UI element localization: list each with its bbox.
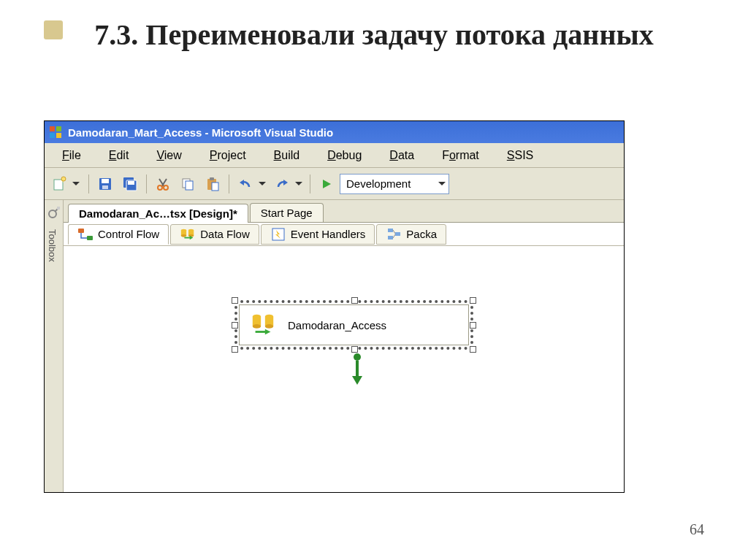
undo-dropdown-icon[interactable] [259, 182, 266, 185]
start-debug-button[interactable] [315, 172, 338, 196]
tab-package-explorer-label: Packa [406, 228, 437, 240]
toolbox-label: Toolbox [47, 229, 58, 262]
app-icon [49, 126, 62, 139]
data-flow-icon [180, 227, 196, 242]
svg-point-46 [354, 353, 361, 361]
svg-point-44 [265, 324, 273, 329]
resize-handle[interactable] [232, 322, 238, 329]
ide-body: Toolbox Damodaran_Ac…tsx [Design]* Start… [45, 200, 624, 492]
svg-point-14 [164, 185, 168, 190]
svg-rect-9 [102, 185, 108, 189]
data-flow-task-icon [250, 312, 276, 338]
task-box: Damodaran_Access [239, 304, 469, 345]
resize-handle[interactable] [470, 297, 476, 304]
svg-rect-26 [87, 236, 93, 240]
resize-handle[interactable] [232, 297, 238, 304]
new-dropdown-icon[interactable] [72, 182, 80, 185]
new-project-button[interactable] [47, 172, 71, 196]
document-tabs: Damodaran_Ac…tsx [Design]* Start Page [64, 200, 624, 222]
control-flow-icon [77, 227, 94, 242]
svg-rect-24 [57, 207, 60, 210]
svg-marker-48 [352, 376, 362, 385]
svg-rect-8 [102, 179, 109, 183]
svg-marker-22 [323, 180, 331, 188]
svg-rect-37 [388, 236, 393, 239]
slide-title-accent [44, 20, 63, 39]
menu-format[interactable]: Format [429, 146, 492, 165]
resize-handle[interactable] [351, 297, 358, 304]
cut-button[interactable] [151, 172, 175, 196]
menu-bar: File Edit View Project Build Debug Data … [45, 143, 624, 168]
output-connector[interactable] [350, 353, 365, 385]
menu-edit[interactable]: Edit [96, 146, 142, 165]
menu-data-rest: ata [398, 149, 414, 161]
data-flow-task[interactable]: Damodaran_Access [232, 297, 476, 353]
resize-handle[interactable] [470, 322, 476, 329]
svg-rect-38 [395, 232, 400, 236]
tab-event-handlers-label: Event Handlers [291, 228, 366, 240]
svg-marker-21 [283, 180, 288, 185]
menu-file[interactable]: File [49, 146, 94, 165]
solution-config-dropdown[interactable]: Development [340, 174, 449, 194]
svg-point-41 [253, 324, 261, 329]
resize-handle[interactable] [351, 346, 358, 353]
tab-event-handlers[interactable]: Event Handlers [261, 224, 375, 245]
menu-view[interactable]: View [143, 146, 194, 165]
save-all-button[interactable] [118, 172, 142, 196]
slide-title: 7.3. Переименовали задачу потока данных [0, 0, 748, 61]
menu-data[interactable]: Data [376, 146, 427, 165]
svg-rect-25 [78, 229, 84, 233]
undo-button[interactable] [234, 172, 257, 196]
svg-marker-20 [240, 180, 244, 185]
menu-project[interactable]: Project [196, 146, 259, 165]
svg-marker-45 [265, 329, 271, 335]
visual-studio-window: Damodaran_Mart_Access - Microsoft Visual… [44, 120, 625, 493]
doc-tab-design[interactable]: Damodaran_Ac…tsx [Design]* [68, 204, 248, 223]
designer-tabs: Control Flow Data Flow Event Handlers [64, 222, 624, 245]
tab-data-flow[interactable]: Data Flow [170, 224, 259, 245]
tab-control-flow[interactable]: Control Flow [68, 224, 169, 245]
svg-point-13 [158, 185, 162, 190]
resize-handle[interactable] [232, 346, 238, 353]
menu-debug[interactable]: Debug [314, 146, 375, 165]
svg-rect-16 [186, 181, 193, 190]
window-titlebar: Damodaran_Mart_Access - Microsoft Visual… [45, 121, 624, 143]
toolbox-icon [47, 206, 61, 222]
toolbar-separator [88, 174, 89, 193]
redo-dropdown-icon[interactable] [295, 182, 302, 185]
page-number: 64 [690, 521, 704, 538]
paste-button[interactable] [201, 172, 224, 196]
resize-handle[interactable] [470, 346, 476, 353]
menu-build[interactable]: Build [261, 146, 313, 165]
svg-rect-3 [56, 133, 61, 138]
solution-config-value: Development [346, 177, 411, 190]
document-area: Damodaran_Ac…tsx [Design]* Start Page Co… [64, 200, 624, 492]
event-handlers-icon [270, 227, 286, 242]
tab-control-flow-label: Control Flow [98, 228, 159, 240]
copy-button[interactable] [176, 172, 199, 196]
toolbar: Development [45, 168, 624, 200]
window-title-text: Damodaran_Mart_Access - Microsoft Visual… [68, 126, 333, 139]
toolbox-sidebar[interactable]: Toolbox [45, 200, 64, 492]
tab-package-explorer[interactable]: Packa [376, 224, 446, 245]
svg-rect-18 [210, 177, 214, 180]
task-name: Damodaran_Access [288, 319, 386, 331]
design-canvas[interactable]: Damodaran_Access [64, 245, 624, 492]
chevron-down-icon [438, 182, 446, 185]
menu-ssis[interactable]: SSIS [494, 146, 546, 165]
svg-rect-19 [212, 183, 218, 191]
svg-rect-36 [388, 229, 393, 232]
svg-rect-12 [128, 181, 134, 185]
tab-data-flow-label: Data Flow [200, 228, 250, 240]
svg-rect-2 [50, 133, 55, 138]
doc-tab-start-page[interactable]: Start Page [250, 203, 324, 222]
svg-rect-0 [50, 126, 55, 131]
svg-point-6 [61, 177, 66, 181]
save-button[interactable] [94, 172, 117, 196]
svg-rect-1 [56, 126, 61, 131]
toolbar-separator [146, 174, 147, 193]
svg-rect-4 [54, 180, 63, 190]
svg-point-29 [181, 234, 186, 237]
redo-button[interactable] [270, 172, 294, 196]
toolbar-separator [229, 174, 229, 193]
